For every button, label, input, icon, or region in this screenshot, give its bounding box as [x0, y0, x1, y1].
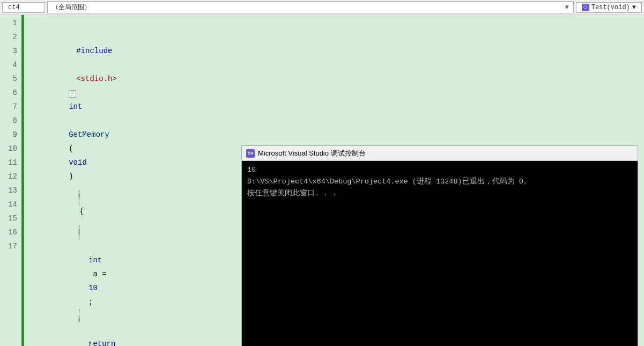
function-label: Test(void) — [591, 4, 630, 11]
console-window: cv Microsoft Visual Studio 调试控制台 10 D:\V… — [241, 145, 638, 346]
code-line-1: #include <stdio.h> — [29, 58, 644, 72]
line-numbers: 1 2 3 4 5 6 7 8 9 10 11 12 13 14 15 16 1… — [0, 15, 21, 346]
code-area: 1 2 3 4 5 6 7 8 9 10 11 12 13 14 15 16 1… — [0, 15, 644, 346]
file-tab-label: ct4 — [8, 4, 20, 11]
file-tab[interactable]: ct4 — [2, 2, 45, 13]
console-output-path: D:\VS\Project4\x64\Debug\Project4.exe (进… — [247, 176, 632, 188]
function-icon: ⬡ — [582, 4, 589, 11]
scope-dropdown-arrow: ▼ — [565, 4, 569, 11]
top-bar: ct4 （全局范围） ▼ ⬡ Test(void) ▼ — [0, 0, 644, 15]
function-dropdown-arrow: ▼ — [632, 4, 636, 11]
console-output-number: 10 — [247, 164, 632, 176]
console-output-hint: 按任意键关闭此窗口. . . — [247, 188, 632, 200]
function-selector[interactable]: ⬡ Test(void) ▼ — [576, 2, 642, 13]
scope-label: （全局范围） — [52, 3, 91, 12]
console-title-bar: cv Microsoft Visual Studio 调试控制台 — [242, 146, 638, 161]
console-body: 10 D:\VS\Project4\x64\Debug\Project4.exe… — [242, 161, 638, 345]
console-title-text: Microsoft Visual Studio 调试控制台 — [258, 149, 366, 158]
code-line-2: − int GetMemory ( void ) — [29, 128, 644, 142]
collapse-icon-2[interactable]: − — [69, 90, 76, 98]
console-app-icon: cv — [246, 149, 255, 158]
scope-dropdown[interactable]: （全局范围） ▼ — [47, 1, 574, 13]
